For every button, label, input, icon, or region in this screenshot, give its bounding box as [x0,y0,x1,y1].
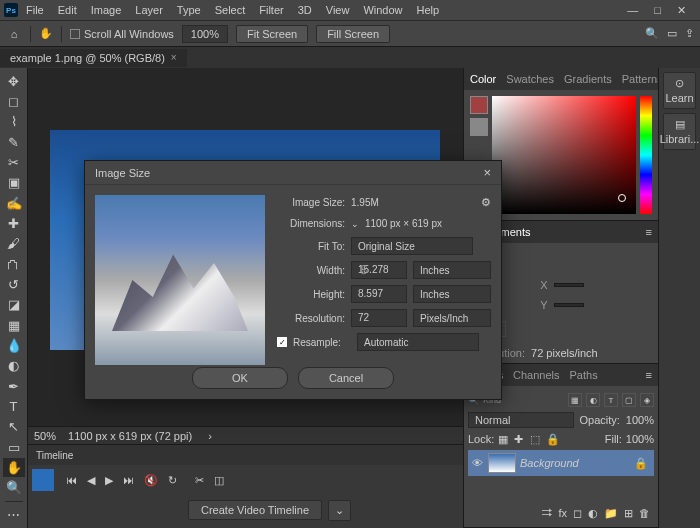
stamp-tool[interactable]: ⛫ [3,255,25,273]
close-tab-icon[interactable]: × [171,52,177,63]
tl-play-icon[interactable]: ▶ [105,474,113,487]
status-zoom[interactable]: 50% [34,430,56,442]
fit-screen-button[interactable]: Fit Screen [236,25,308,43]
libraries-button[interactable]: ▤ Librari... [663,113,696,150]
minimize-icon[interactable]: — [623,2,642,19]
shape-tool[interactable]: ▭ [3,438,25,456]
hand-tool[interactable]: ✋ [3,458,25,476]
gear-icon[interactable]: ⚙ [481,196,491,209]
crop-tool[interactable]: ✂ [3,153,25,171]
group-icon[interactable]: 📁 [604,507,618,519]
eraser-tool[interactable]: ◪ [3,296,25,314]
edit-toolbar-icon[interactable]: ⋯ [3,506,25,524]
brush-tool[interactable]: 🖌 [3,235,25,253]
lock-all-icon[interactable]: 🔒 [546,433,558,445]
adjustment-layer-icon[interactable]: ◐ [588,507,598,519]
tab-patterns[interactable]: Patterns [622,73,663,85]
x-field[interactable] [554,283,584,287]
menu-layer[interactable]: Layer [129,2,169,18]
background-swatch[interactable] [470,118,488,136]
ok-button[interactable]: OK [192,367,288,389]
menu-select[interactable]: Select [209,2,252,18]
tl-split-icon[interactable]: ✂ [195,474,204,487]
zoom-tool[interactable]: 🔍 [3,479,25,497]
tl-prev-icon[interactable]: ◀ [87,474,95,487]
quick-select-tool[interactable]: ✎ [3,133,25,151]
width-unit-dropdown[interactable]: Inches [413,261,491,279]
cancel-button[interactable]: Cancel [298,367,394,389]
layer-visibility-icon[interactable]: 👁 [470,457,484,469]
menu-edit[interactable]: Edit [52,2,83,18]
timeline-tab[interactable]: Timeline [28,445,463,465]
timeline-type-dropdown[interactable]: ⌄ [328,500,351,521]
fit-to-dropdown[interactable]: Original Size [351,237,473,255]
lock-position-icon[interactable]: ✚ [514,433,526,445]
menu-type[interactable]: Type [171,2,207,18]
filter-pixel-icon[interactable]: ▦ [568,393,582,407]
create-video-timeline-button[interactable]: Create Video Timeline [188,500,322,520]
menu-3d[interactable]: 3D [292,2,318,18]
dimensions-dropdown-icon[interactable]: ⌄ [351,219,359,229]
menu-view[interactable]: View [320,2,356,18]
dodge-tool[interactable]: ◐ [3,357,25,375]
move-tool[interactable]: ✥ [3,72,25,90]
delete-layer-icon[interactable]: 🗑 [639,507,650,519]
share-icon[interactable]: ⇪ [685,27,694,40]
tl-loop-icon[interactable]: ↻ [168,474,177,487]
menu-help[interactable]: Help [411,2,446,18]
filter-shape-icon[interactable]: ▢ [622,393,636,407]
layer-lock-icon[interactable]: 🔒 [634,457,648,470]
close-icon[interactable]: ✕ [673,2,690,19]
lock-pixels-icon[interactable]: ▦ [498,433,510,445]
learn-button[interactable]: ⊙ Learn [663,72,696,109]
constrain-proportions-icon[interactable]: 𝟠 [360,263,368,277]
panel-menu-icon[interactable]: ≡ [646,226,652,238]
search-icon[interactable]: 🔍 [645,27,659,40]
resolution-unit-dropdown[interactable]: Pixels/Inch [413,309,491,327]
tab-gradients[interactable]: Gradients [564,73,612,85]
foreground-swatch[interactable] [470,96,488,114]
menu-file[interactable]: File [20,2,50,18]
resolution-field[interactable]: 72 [351,309,407,327]
blur-tool[interactable]: 💧 [3,336,25,354]
layer-style-icon[interactable]: fx [558,507,567,519]
hue-slider[interactable] [640,96,652,214]
new-layer-icon[interactable]: ⊞ [624,507,633,519]
tab-channels[interactable]: Channels [513,369,559,381]
layer-row[interactable]: 👁 Background 🔒 [468,450,654,476]
layer-mask-icon[interactable]: ◻ [573,507,582,519]
height-field[interactable]: 8.597 [351,285,407,303]
y-field[interactable] [554,303,584,307]
link-layers-icon[interactable]: ⮆ [541,507,552,519]
path-select-tool[interactable]: ↖ [3,418,25,436]
tl-transition-icon[interactable]: ◫ [214,474,224,487]
color-field[interactable] [492,96,636,214]
blend-mode-dropdown[interactable]: Normal [468,412,574,428]
heal-tool[interactable]: ✚ [3,214,25,232]
height-unit-dropdown[interactable]: Inches [413,285,491,303]
tl-mute-icon[interactable]: 🔇 [144,474,158,487]
dialog-close-icon[interactable]: × [483,165,491,180]
filter-type-icon[interactable]: T [604,393,618,407]
eyedropper-tool[interactable]: ✍ [3,194,25,212]
menu-filter[interactable]: Filter [253,2,289,18]
opacity-value[interactable]: 100% [626,414,654,426]
lock-artboard-icon[interactable]: ⬚ [530,433,542,445]
menu-window[interactable]: Window [357,2,408,18]
frame-tool[interactable]: ▣ [3,174,25,192]
scroll-all-checkbox[interactable]: Scroll All Windows [70,28,174,40]
home-icon[interactable]: ⌂ [6,26,22,42]
document-tab[interactable]: example 1.png @ 50% (RGB/8) × [0,49,187,67]
fill-value[interactable]: 100% [626,433,654,445]
workspace-icon[interactable]: ▭ [667,27,677,40]
status-menu-icon[interactable]: › [208,430,212,442]
history-brush-tool[interactable]: ↺ [3,275,25,293]
lasso-tool[interactable]: ⌇ [3,113,25,131]
tab-color[interactable]: Color [470,73,496,85]
marquee-tool[interactable]: ◻ [3,92,25,110]
resample-dropdown[interactable]: Automatic [357,333,479,351]
menu-image[interactable]: Image [85,2,128,18]
tab-swatches[interactable]: Swatches [506,73,554,85]
maximize-icon[interactable]: □ [650,2,665,19]
type-tool[interactable]: T [3,397,25,415]
